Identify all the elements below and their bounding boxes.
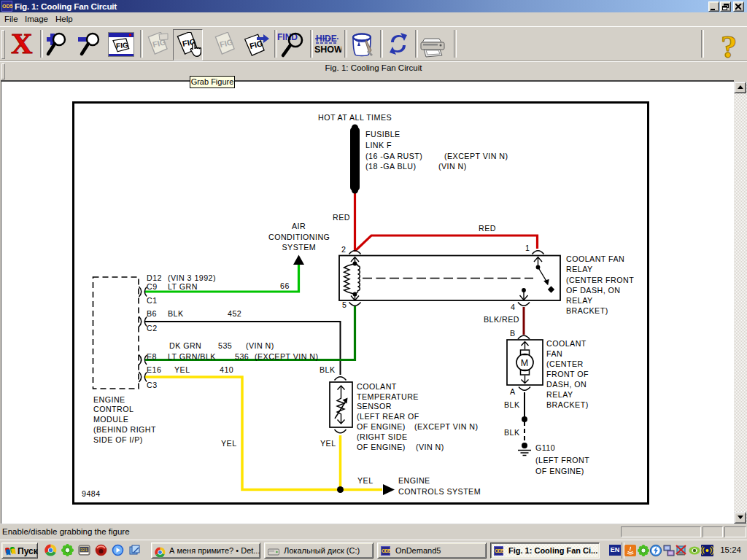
svg-text:(18 -GA BLU): (18 -GA BLU) [365,162,417,171]
svg-text:G110: G110 [535,443,555,452]
svg-text:AIR: AIR [292,222,306,230]
svg-text:DASH, ON: DASH, ON [546,380,587,389]
svg-text:(CENTER FRONT: (CENTER FRONT [566,276,634,284]
svg-text:536: 536 [235,352,249,361]
svg-text:(VIN N): (VIN N) [246,341,274,350]
svg-text:HOT AT ALL TIMES: HOT AT ALL TIMES [318,113,392,122]
svg-text:YEL: YEL [357,476,374,485]
svg-text:C2: C2 [147,324,158,332]
svg-text:B: B [510,329,516,338]
svg-text:C3: C3 [147,381,158,389]
svg-text:(EXCEPT VIN N): (EXCEPT VIN N) [255,352,318,361]
svg-text:(LEFT FRONT: (LEFT FRONT [535,456,589,464]
svg-text:CONTROL: CONTROL [93,405,133,413]
svg-text:COOLANT: COOLANT [546,339,587,348]
svg-text:A: A [510,387,516,396]
svg-text:(EXCEPT VIN N): (EXCEPT VIN N) [444,152,508,160]
svg-text:COOLANT: COOLANT [357,382,397,391]
svg-text:OF DASH, ON: OF DASH, ON [566,286,620,295]
svg-text:DK GRN: DK GRN [169,341,201,350]
svg-text:OF ENGINE): OF ENGINE) [357,422,406,431]
svg-text:E16: E16 [147,365,161,374]
svg-text:SYSTEM: SYSTEM [282,243,317,252]
svg-text:MODULE: MODULE [93,415,128,424]
svg-text:535: 535 [218,341,232,350]
svg-text:BRACKET): BRACKET) [546,400,589,409]
svg-text:ENGINE: ENGINE [398,476,430,485]
svg-text:SIDE OF I/P): SIDE OF I/P) [93,435,143,444]
svg-text:BRACKET): BRACKET) [566,306,608,315]
svg-text:E8: E8 [147,352,157,361]
svg-text:(VIN N): (VIN N) [438,162,467,171]
svg-text:9484: 9484 [82,489,101,498]
svg-text:B6: B6 [147,309,157,318]
svg-text:(VIN 3 1992): (VIN 3 1992) [168,273,216,282]
svg-text:LT GRN/BLK: LT GRN/BLK [168,352,216,361]
svg-text:1: 1 [525,244,530,252]
svg-text:BLK: BLK [168,309,184,318]
svg-text:ENGINE: ENGINE [93,395,125,404]
svg-text:(CENTER: (CENTER [546,359,584,368]
svg-text:BLK/RED: BLK/RED [484,315,519,324]
svg-text:FAN: FAN [546,349,562,358]
svg-text:LT GRN: LT GRN [168,282,198,291]
svg-text:(16 -GA RUST): (16 -GA RUST) [365,152,422,160]
svg-text:D12: D12 [147,273,162,282]
svg-text:OF ENGINE): OF ENGINE) [357,443,406,451]
svg-text:C1: C1 [147,296,158,305]
svg-text:TEMPERATURE: TEMPERATURE [357,392,419,401]
svg-text:LINK F: LINK F [365,141,392,149]
svg-text:FUSIBLE: FUSIBLE [365,130,400,139]
svg-text:RELAY: RELAY [546,390,573,399]
svg-text:66: 66 [280,281,290,290]
svg-text:YEL: YEL [320,439,336,448]
svg-text:BLK: BLK [504,428,520,437]
svg-text:C9: C9 [147,282,158,291]
svg-text:FRONT OF: FRONT OF [546,370,589,378]
svg-text:BLK: BLK [504,400,520,409]
svg-text:CONDITIONING: CONDITIONING [268,233,330,241]
svg-text:M: M [521,358,529,368]
svg-text:YEL: YEL [174,365,190,374]
svg-text:SENSOR: SENSOR [357,402,392,411]
svg-text:(RIGHT SIDE: (RIGHT SIDE [357,432,407,441]
svg-text:2: 2 [341,245,346,254]
svg-text:(BEHIND RIGHT: (BEHIND RIGHT [93,425,156,434]
svg-text:RELAY: RELAY [566,296,593,305]
svg-text:452: 452 [228,309,241,318]
svg-text:YEL: YEL [221,439,237,448]
svg-text:5: 5 [342,300,347,309]
svg-text:4: 4 [511,303,515,311]
svg-text:RELAY: RELAY [566,265,593,273]
svg-text:COOLANT FAN: COOLANT FAN [566,254,624,263]
svg-text:BLK: BLK [320,365,336,374]
svg-text:CONTROLS SYSTEM: CONTROLS SYSTEM [398,487,481,496]
svg-text:RED: RED [479,224,496,233]
svg-text:OF ENGINE): OF ENGINE) [535,467,584,475]
svg-text:(VIN N): (VIN N) [416,443,444,451]
svg-text:(EXCEPT VIN N): (EXCEPT VIN N) [414,422,478,431]
svg-text:RED: RED [333,213,350,222]
svg-text:410: 410 [220,365,233,374]
svg-text:(LEFT REAR OF: (LEFT REAR OF [357,412,419,421]
